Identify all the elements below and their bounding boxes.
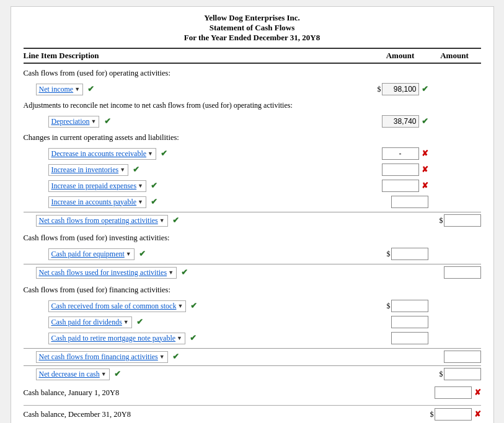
financing-header: Cash flows from (used for) financing act… bbox=[24, 286, 481, 295]
net-decrease-dropdown[interactable]: Net decrease in cash ▼ bbox=[36, 368, 110, 380]
investing-header-row: Cash flows from (used for) investing act… bbox=[24, 230, 481, 245]
net-operating-dollar: $ bbox=[440, 216, 443, 225]
increase-inv-text: Increase in inventories bbox=[51, 165, 119, 175]
depreciation-input[interactable] bbox=[382, 115, 419, 128]
cash-dividends-dropdown[interactable]: Cash paid for dividends ▼ bbox=[48, 316, 132, 328]
cash-dec-input[interactable] bbox=[435, 408, 472, 421]
cash-mortgage-dropdown[interactable]: Cash paid to retire mortgage note payabl… bbox=[48, 333, 186, 344]
net-decrease-text: Net decrease in cash bbox=[39, 370, 100, 379]
net-operating-input[interactable] bbox=[444, 214, 481, 227]
increase-prepaid-check-icon: ✔ bbox=[151, 181, 157, 190]
net-decrease-amount2: $ bbox=[428, 368, 481, 380]
net-investing-dropdown[interactable]: Net cash flows used for investing activi… bbox=[36, 267, 177, 279]
increase-inv-row: Increase in inventories ▼ ✔ ✘ bbox=[24, 162, 481, 177]
net-operating-check-icon: ✔ bbox=[172, 216, 179, 225]
operating-header: Cash flows from (used for) operating act… bbox=[24, 69, 481, 78]
net-income-arrow-icon: ▼ bbox=[74, 86, 80, 92]
cash-dividends-row: Cash paid for dividends ▼ ✔ bbox=[24, 315, 481, 329]
depreciation-row: Depreciation ▼ ✔ ✔ bbox=[24, 114, 481, 129]
depreciation-dropdown[interactable]: Depreciation ▼ bbox=[48, 116, 100, 128]
cash-stock-input[interactable] bbox=[391, 300, 428, 312]
header: Yellow Dog Enterprises Inc. Statement of… bbox=[24, 13, 481, 43]
increase-inv-input[interactable] bbox=[382, 164, 419, 176]
cash-equipment-text: Cash paid for equipment bbox=[51, 250, 125, 259]
net-operating-arrow-icon: ▼ bbox=[159, 217, 165, 224]
decrease-ar-dropdown[interactable]: Decrease in accounts receivable ▼ bbox=[48, 148, 157, 160]
changes-label: Changes in current operating assets and … bbox=[24, 133, 481, 142]
net-investing-text: Net cash flows used for investing activi… bbox=[39, 268, 167, 277]
net-operating-dropdown[interactable]: Net cash flows from operating activities… bbox=[36, 215, 168, 227]
cash-mortgage-arrow-icon: ▼ bbox=[177, 335, 182, 341]
decrease-ar-cross-icon: ✘ bbox=[422, 149, 428, 159]
cash-dec-cross-icon: ✘ bbox=[474, 409, 481, 419]
cash-jan-input[interactable] bbox=[435, 386, 472, 399]
increase-ap-input[interactable] bbox=[391, 196, 428, 208]
net-financing-dropdown[interactable]: Net cash flows from financing activities… bbox=[36, 351, 168, 363]
increase-ap-check-icon: ✔ bbox=[151, 197, 157, 206]
net-decrease-dollar: $ bbox=[440, 370, 443, 379]
cash-dividends-input[interactable] bbox=[391, 316, 428, 328]
net-income-dropdown[interactable]: Net income ▼ bbox=[36, 84, 84, 95]
cash-stock-label: Cash received from sale of common stock … bbox=[48, 300, 373, 312]
cash-stock-check-icon: ✔ bbox=[190, 301, 197, 310]
cash-dividends-check-icon: ✔ bbox=[136, 317, 143, 326]
increase-ap-text: Increase in accounts payable bbox=[51, 198, 137, 207]
adjustments-label-row: Adjustments to reconcile net income to n… bbox=[24, 98, 481, 113]
increase-prepaid-label: Increase in prepaid expenses ▼ ✔ bbox=[48, 180, 373, 192]
net-income-amount: $ ✔ bbox=[373, 83, 428, 95]
decrease-ar-arrow-icon: ▼ bbox=[148, 150, 153, 157]
increase-inv-dropdown[interactable]: Increase in inventories ▼ bbox=[48, 164, 129, 176]
cash-jan-row: Cash balance, January 1, 20Y8 ✘ bbox=[24, 385, 481, 400]
increase-ap-amount bbox=[373, 196, 428, 208]
net-investing-input[interactable] bbox=[444, 266, 481, 279]
col-amount1: Amount bbox=[373, 51, 428, 61]
cash-dec-amount2: $ ✘ bbox=[428, 408, 481, 421]
increase-ap-dropdown[interactable]: Increase in accounts payable ▼ bbox=[48, 196, 147, 208]
cash-mortgage-check-icon: ✔ bbox=[190, 333, 197, 342]
increase-prepaid-row: Increase in prepaid expenses ▼ ✔ ✘ bbox=[24, 178, 481, 193]
cash-equipment-dropdown[interactable]: Cash paid for equipment ▼ bbox=[48, 248, 135, 260]
increase-inv-arrow-icon: ▼ bbox=[120, 167, 125, 173]
cash-equipment-arrow-icon: ▼ bbox=[126, 251, 131, 257]
depreciation-amount: ✔ bbox=[373, 115, 428, 128]
cash-equipment-input[interactable] bbox=[391, 248, 428, 260]
cash-dividends-arrow-icon: ▼ bbox=[123, 319, 129, 325]
increase-ap-arrow-icon: ▼ bbox=[138, 199, 143, 205]
cash-mortgage-input[interactable] bbox=[391, 332, 428, 344]
increase-prepaid-dropdown[interactable]: Increase in prepaid expenses ▼ bbox=[48, 180, 147, 192]
page-container: Yellow Dog Enterprises Inc. Statement of… bbox=[11, 6, 494, 423]
decrease-ar-check-icon: ✔ bbox=[161, 149, 167, 158]
cash-stock-dropdown[interactable]: Cash received from sale of common stock … bbox=[48, 300, 187, 312]
net-investing-row: Net cash flows used for investing activi… bbox=[24, 264, 481, 279]
net-financing-input[interactable] bbox=[444, 351, 481, 363]
cash-equipment-label: Cash paid for equipment ▼ ✔ bbox=[48, 248, 373, 260]
col-description: Line Item Description bbox=[24, 51, 373, 61]
cash-mortgage-label: Cash paid to retire mortgage note payabl… bbox=[48, 333, 373, 344]
adjustments-label: Adjustments to reconcile net income to n… bbox=[24, 101, 481, 110]
net-operating-text: Net cash flows from operating activities bbox=[39, 216, 158, 225]
cash-mortgage-amount bbox=[373, 332, 428, 344]
net-income-input[interactable] bbox=[382, 83, 419, 95]
cash-mortgage-text: Cash paid to retire mortgage note payabl… bbox=[51, 334, 176, 343]
increase-prepaid-amount: ✘ bbox=[373, 180, 428, 192]
net-operating-row: Net cash flows from operating activities… bbox=[24, 212, 481, 227]
cash-equipment-row: Cash paid for equipment ▼ ✔ $ bbox=[24, 246, 481, 261]
net-income-row: Net income ▼ ✔ $ ✔ bbox=[24, 82, 481, 97]
net-financing-arrow-icon: ▼ bbox=[159, 354, 165, 360]
decrease-ar-input[interactable] bbox=[382, 147, 419, 160]
cash-dividends-amount bbox=[373, 316, 428, 328]
cash-jan-label: Cash balance, January 1, 20Y8 bbox=[24, 388, 373, 398]
net-decrease-input[interactable] bbox=[444, 368, 481, 380]
cash-stock-arrow-icon: ▼ bbox=[177, 303, 183, 309]
decrease-ar-amount: ✘ bbox=[373, 147, 428, 160]
cash-mortgage-row: Cash paid to retire mortgage note payabl… bbox=[24, 331, 481, 346]
statement-title: Statement of Cash Flows bbox=[24, 23, 481, 33]
increase-inv-cross-icon: ✘ bbox=[422, 165, 428, 175]
net-investing-check-icon: ✔ bbox=[181, 268, 188, 277]
col-amount2: Amount bbox=[428, 51, 481, 61]
net-operating-amount2: $ bbox=[428, 214, 481, 227]
decrease-ar-row: Decrease in accounts receivable ▼ ✔ ✘ bbox=[24, 146, 481, 161]
increase-prepaid-input[interactable] bbox=[382, 180, 419, 192]
increase-ap-row: Increase in accounts payable ▼ ✔ bbox=[24, 194, 481, 209]
net-operating-label: Net cash flows from operating activities… bbox=[36, 215, 373, 227]
